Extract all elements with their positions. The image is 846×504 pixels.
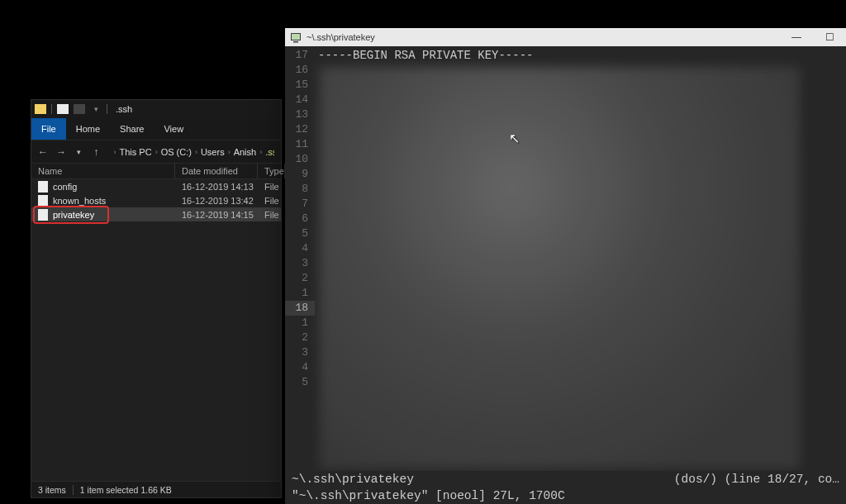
explorer-statusbar: 3 items 1 item selected 1.66 KB xyxy=(31,481,281,497)
status-selection: 1 item selected 1.66 KB xyxy=(80,485,172,495)
column-date[interactable]: Date modified xyxy=(175,164,258,178)
chevron-down-icon[interactable]: ▾ xyxy=(90,104,102,114)
folder-icon xyxy=(35,104,46,114)
file-icon xyxy=(38,195,48,207)
line-number: 8 xyxy=(285,182,315,197)
editor-title: ~\.ssh\privatekey xyxy=(307,32,375,42)
file-row[interactable]: known_hosts 16-12-2019 13:42 File xyxy=(31,193,281,207)
up-button[interactable]: ↑ xyxy=(92,146,101,158)
breadcrumb-item[interactable]: OS (C:) xyxy=(161,147,192,157)
line-number: 18 xyxy=(285,301,315,316)
line-number: 9 xyxy=(285,167,315,182)
line-number: 2 xyxy=(285,271,315,286)
svg-rect-1 xyxy=(292,34,300,40)
tab-share[interactable]: Share xyxy=(110,118,154,140)
vim-file-status: "~\.ssh\privatekey" [noeol] 27L, 1700C xyxy=(292,487,565,504)
code-line: -----BEGIN RSA PRIVATE KEY----- xyxy=(315,48,846,63)
editor-body[interactable]: 17161514131211109876543211812345 -----BE… xyxy=(285,46,846,471)
history-dropdown-icon[interactable]: ▾ xyxy=(74,148,83,156)
breadcrumb-item[interactable]: Users xyxy=(201,147,225,157)
forward-button[interactable]: → xyxy=(56,146,66,158)
line-number: 4 xyxy=(285,360,315,375)
file-name: config xyxy=(53,182,182,192)
column-name[interactable]: Name xyxy=(31,164,175,178)
file-row-selected[interactable]: privatekey 16-12-2019 14:15 File xyxy=(31,207,281,221)
file-icon xyxy=(38,209,48,221)
line-number: 6 xyxy=(285,212,315,226)
line-number: 5 xyxy=(285,226,315,241)
quick-access-icon-2[interactable] xyxy=(74,104,85,114)
breadcrumb-item[interactable]: Anish xyxy=(234,147,257,157)
file-name: known_hosts xyxy=(53,196,182,206)
breadcrumb[interactable]: › This PC › OS (C:) › Users › Anish › .s… xyxy=(109,147,275,157)
quick-access-icon[interactable] xyxy=(57,104,69,114)
file-date: 16-12-2019 14:15 xyxy=(182,210,264,220)
file-type: File xyxy=(264,210,281,220)
file-date: 16-12-2019 13:42 xyxy=(182,196,264,206)
chevron-right-icon: › xyxy=(155,148,158,156)
file-name: privatekey xyxy=(53,210,182,220)
editor-titlebar[interactable]: ~\.ssh\privatekey — ☐ xyxy=(285,28,846,46)
file-list[interactable]: config 16-12-2019 14:13 File known_hosts… xyxy=(31,179,281,481)
file-date: 16-12-2019 14:13 xyxy=(182,182,264,192)
file-explorer-window: ▾ .ssh File Home Share View ← → ▾ ↑ › Th… xyxy=(31,100,281,497)
editor-vim-status: "~\.ssh\privatekey" [noeol] 27L, 1700C xyxy=(285,487,846,504)
line-number: 16 xyxy=(285,63,315,78)
line-number: 15 xyxy=(285,78,315,93)
statusbar-separator xyxy=(73,485,74,495)
line-number: 1 xyxy=(285,316,315,330)
line-number: 3 xyxy=(285,256,315,271)
ribbon-tabs: File Home Share View xyxy=(31,118,281,140)
editor-airline-status: ~\.ssh\privatekey (dos/) (line 18/27, co… xyxy=(285,471,846,487)
line-number: 5 xyxy=(285,375,315,390)
line-number: 13 xyxy=(285,107,315,122)
chevron-right-icon: › xyxy=(228,148,231,156)
file-type: File xyxy=(264,182,281,192)
line-number: 1 xyxy=(285,286,315,301)
titlebar-separator xyxy=(107,104,107,114)
status-item-count: 3 items xyxy=(38,485,66,495)
column-type[interactable]: Type xyxy=(258,164,285,178)
titlebar-separator xyxy=(51,104,52,114)
explorer-titlebar[interactable]: ▾ .ssh xyxy=(31,100,281,118)
minimize-button[interactable]: — xyxy=(780,28,813,46)
line-number: 11 xyxy=(285,137,315,152)
chevron-right-icon: › xyxy=(195,148,197,156)
line-number: 2 xyxy=(285,330,315,345)
file-type: File xyxy=(264,196,281,206)
tab-view[interactable]: View xyxy=(154,118,193,140)
svg-rect-2 xyxy=(293,41,298,43)
back-button[interactable]: ← xyxy=(38,146,48,158)
column-headers[interactable]: Name Date modified Type xyxy=(31,163,281,179)
line-number: 4 xyxy=(285,241,315,256)
tab-home[interactable]: Home xyxy=(66,118,110,140)
line-number: 3 xyxy=(285,345,315,360)
line-number: 17 xyxy=(285,48,315,63)
maximize-button[interactable]: ☐ xyxy=(813,28,846,46)
line-number: 12 xyxy=(285,122,315,137)
file-row[interactable]: config 16-12-2019 14:13 File xyxy=(31,179,281,193)
line-number: 14 xyxy=(285,93,315,107)
status-path: ~\.ssh\privatekey xyxy=(292,471,414,487)
line-number-gutter: 17161514131211109876543211812345 xyxy=(285,46,315,471)
status-position: (dos/) (line 18/27, co… xyxy=(674,471,839,487)
chevron-right-icon: › xyxy=(259,148,262,156)
chevron-right-icon: › xyxy=(114,148,116,156)
redacted-content xyxy=(320,67,800,468)
tab-file[interactable]: File xyxy=(31,118,66,140)
breadcrumb-item-current[interactable]: .ssh xyxy=(265,147,274,157)
line-number: 10 xyxy=(285,152,315,167)
nav-bar: ← → ▾ ↑ › This PC › OS (C:) › Users › An… xyxy=(31,140,281,163)
file-icon xyxy=(38,181,48,193)
window-title: .ssh xyxy=(116,104,132,114)
editor-window: ~\.ssh\privatekey — ☐ 171615141312111098… xyxy=(285,28,846,504)
putty-icon xyxy=(290,31,302,43)
line-number: 7 xyxy=(285,197,315,212)
breadcrumb-item[interactable]: This PC xyxy=(120,147,152,157)
